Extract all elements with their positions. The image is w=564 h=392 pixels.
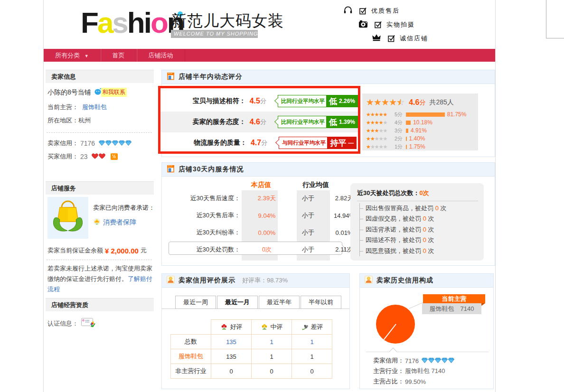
logo-letter: o	[150, 6, 167, 39]
badge-label: 诚信店铺	[400, 34, 428, 43]
cell-value: 0	[292, 364, 332, 379]
badge-after-sale: 优质售后	[343, 4, 467, 18]
service-label: 近30天售后速度：	[162, 194, 240, 203]
col-shop-header: 本店值	[251, 181, 271, 189]
deposit-label: 卖家当前保证金余额	[47, 246, 103, 255]
distribution-percent: 4.91%	[411, 127, 427, 134]
distribution-bar	[406, 129, 408, 133]
star-icons: ★★★★★	[366, 136, 395, 141]
shop-value: 9.04%	[240, 212, 293, 219]
nav-item-首页[interactable]: 首页	[101, 49, 137, 62]
shop-value: 0.00%	[240, 229, 293, 236]
distribution-row: ★★★★★1分1.75%	[366, 143, 478, 150]
ribbon-fold	[481, 303, 485, 306]
industry-compare-badge: 比同行业平均水平低1.39%	[278, 116, 358, 128]
rating-distribution: ★★★★★5分81.75%★★★★★4分10.18%★★★★★3分4.91%★★…	[366, 111, 478, 150]
good-flower-icon	[220, 323, 228, 331]
summary-unit: 分	[419, 98, 425, 107]
page-right-border	[495, 0, 496, 392]
deposit-note: 若卖家未履行上述承诺，淘宝使用卖家缴纳的保证金进行先行赔付。了解赔付流程	[47, 263, 154, 295]
row-label: 总数	[171, 335, 211, 349]
penalty-total: 0次	[419, 189, 429, 196]
distribution-row: ★★★★★2分1.40%	[366, 135, 478, 142]
shop-icon	[167, 72, 175, 82]
nav-item-店铺活动[interactable]: 店铺活动	[137, 49, 185, 62]
consumer-guarantee-link[interactable]: 消费者保障	[103, 218, 136, 227]
column-header-差评: 差评	[292, 320, 332, 335]
nav-item-所有分类[interactable]: 所有分类 ▼	[44, 49, 101, 62]
region-label: 所在地区：	[47, 116, 78, 125]
rating-score: 4.7	[251, 139, 261, 147]
logo-letter: h	[127, 6, 144, 39]
logo-letter: i	[144, 6, 150, 39]
cell-value[interactable]: 1	[252, 335, 292, 349]
diamond-icons	[422, 357, 455, 364]
checkbox-icon	[375, 21, 383, 28]
star-icon: ★	[374, 98, 381, 107]
checkbox-icon	[359, 7, 367, 15]
buyer-credit-value: 23	[80, 153, 88, 160]
seller-credit-label: 卖家信用：	[47, 139, 78, 148]
distribution-percent: 1.75%	[409, 143, 425, 150]
penalty-title-text: 近30天被处罚总次数：	[357, 189, 419, 196]
person-icon	[167, 276, 175, 285]
tab-最近一周[interactable]: 最近一周	[175, 296, 216, 309]
rating-unit: 分	[261, 139, 267, 147]
pie-label-connector	[409, 302, 423, 309]
region-value: 杭州	[78, 116, 91, 125]
site-header: Fashion 新范儿大码女装 WELCOME TO MY SHOPPING..…	[44, 0, 495, 49]
diamond-icon	[119, 140, 125, 146]
guarantee-row: 消费者保障	[93, 218, 136, 227]
tab-最近一月[interactable]: 最近一月	[217, 296, 258, 309]
relation: 小于	[293, 211, 323, 220]
penalty-item: 因出售假冒商品，被处罚 0 次	[366, 203, 478, 214]
diamond-icon	[422, 358, 428, 363]
relation: 小于	[293, 228, 323, 237]
distribution-bar	[406, 121, 411, 125]
tab-最近半年[interactable]: 最近半年	[259, 296, 300, 309]
penalty-item: 因恶意骚扰，被处罚 0 次	[366, 246, 478, 256]
heart-icon	[92, 153, 98, 159]
star-icons: ★★★★★	[366, 128, 395, 133]
distribution-label: 4分	[395, 119, 406, 126]
star-icon: ★	[366, 98, 374, 107]
row-label: 服饰鞋包	[171, 349, 211, 364]
row-label: 非主营行业	[171, 364, 211, 379]
credit-evaluation-panel: 卖家信用评价展示 好评率：98.73% 最近一周最近一月最近半年半年以前 好评中…	[161, 273, 350, 389]
rating-unit: 分	[260, 97, 266, 105]
rating-score: 4.6	[250, 118, 260, 126]
distribution-label: 2分	[395, 135, 406, 142]
qualification-header: 店铺经营资质	[46, 298, 154, 311]
contact-me-button[interactable]: 和我联系	[101, 88, 127, 97]
diamond-icon	[112, 140, 118, 146]
cert-card-icon[interactable]	[81, 317, 95, 329]
dynamic-rating-rows: 宝贝与描述相符：4.5分比同行业平均水平低2.26%卖家的服务态度：4.6分比同…	[160, 88, 358, 153]
cell-value[interactable]: 135	[211, 335, 252, 349]
cell-value[interactable]: 1	[292, 335, 332, 349]
diamond-icon	[105, 140, 112, 146]
compare-prefix: 比同行业平均水平	[278, 116, 326, 128]
history-seller-credit-row: 卖家信用： 7176	[373, 356, 455, 365]
seller-info-header: 卖家信息	[46, 70, 154, 83]
tab-半年以前[interactable]: 半年以前	[301, 296, 341, 309]
shop-name-row: 小陈的8号当铺 和我联系	[47, 88, 127, 97]
service-30d-header: 店铺30天内服务情况	[162, 163, 495, 177]
main-category-link[interactable]: 服饰鞋包	[82, 103, 107, 112]
badge-honest-shop: 诚信店铺	[343, 31, 467, 45]
heart-icons	[92, 153, 106, 160]
service-30d-panel: 店铺30天内服务情况 本店值 行业均值 近30天售后速度：2.39天小于2.82…	[161, 162, 495, 266]
annotation-red-box: 宝贝与描述相符：4.5分比同行业平均水平低2.26%卖家的服务态度：4.6分比同…	[158, 86, 360, 154]
divider	[357, 201, 478, 201]
service-label: 近30天纠纷率：	[162, 228, 240, 237]
column-header-好评: 好评	[211, 320, 252, 335]
distribution-bar	[406, 145, 407, 149]
shop-title: 新范儿大码女装	[171, 10, 284, 32]
logo-letter: F	[81, 6, 97, 39]
relation: 小于	[293, 194, 323, 203]
main-category-detail: 服饰鞋包 7140	[422, 303, 481, 314]
divider	[47, 132, 152, 133]
compare-tag: 低1.39%	[326, 116, 358, 128]
heart-icon	[99, 153, 105, 159]
distribution-label: 3分	[395, 127, 406, 134]
compare-tag: 持平—	[327, 137, 357, 149]
